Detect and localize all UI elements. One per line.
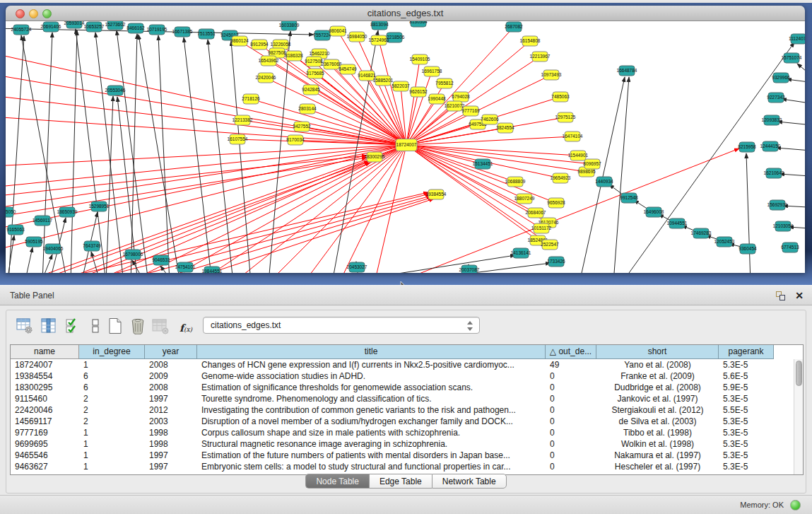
- graph-node[interactable]: 12975125: [555, 112, 576, 122]
- graph-node[interactable]: 2687082: [505, 22, 523, 32]
- graph-node[interactable]: 16474104: [563, 132, 583, 141]
- graph-node[interactable]: 15692931: [767, 200, 788, 210]
- graph-node[interactable]: 12444150: [760, 141, 781, 151]
- graph-edge[interactable]: [406, 145, 524, 199]
- table-row[interactable]: 969969511998Structural magnetic resonanc…: [11, 438, 794, 450]
- graph-node[interactable]: 16496008: [644, 207, 664, 217]
- graph-edge[interactable]: [746, 153, 751, 273]
- merge-rows-button[interactable]: [86, 316, 105, 336]
- table-row[interactable]: 911546021997Tourette syndrome. Phenomeno…: [11, 393, 794, 404]
- graph-node[interactable]: 14569117: [33, 216, 53, 226]
- graph-node[interactable]: 8215958: [738, 142, 756, 152]
- graph-node[interactable]: 2522547: [541, 240, 559, 250]
- graph-node[interactable]: 16033809: [279, 21, 300, 30]
- graph-node[interactable]: 11544901: [568, 151, 589, 160]
- graph-node[interactable]: 2803144: [298, 104, 317, 114]
- graph-node[interactable]: 10151172: [531, 223, 552, 233]
- graph-edge[interactable]: [68, 163, 370, 273]
- graph-edge[interactable]: [613, 77, 629, 273]
- graph-node[interactable]: 9656928: [547, 198, 565, 208]
- graph-node[interactable]: 5905195: [25, 237, 43, 247]
- graph-node[interactable]: 22420046: [256, 73, 276, 83]
- table-vertical-scrollbar[interactable]: [794, 359, 803, 474]
- column-header-name[interactable]: name: [11, 345, 79, 359]
- graph-node[interactable]: 9329966: [772, 73, 790, 83]
- graph-edge[interactable]: [266, 78, 406, 145]
- table-settings-button[interactable]: [15, 316, 35, 336]
- graph-edge[interactable]: [269, 61, 406, 145]
- graph-node[interactable]: 16961758: [422, 66, 442, 76]
- graph-edge[interactable]: [622, 42, 794, 273]
- graph-node[interactable]: 11124073: [789, 34, 805, 44]
- graph-node[interactable]: 8096957: [583, 159, 601, 169]
- graph-node[interactable]: 9127508: [305, 57, 323, 66]
- graph-edge[interactable]: [6, 145, 406, 209]
- graph-node[interactable]: 18650939: [57, 207, 78, 217]
- tab-network-table[interactable]: Network Table: [432, 474, 507, 489]
- graph-node[interactable]: 3175685: [306, 69, 324, 78]
- graph-node[interactable]: 6774513: [781, 243, 799, 252]
- graph-node[interactable]: 8813094: [370, 21, 389, 30]
- graph-node[interactable]: 19654923: [551, 173, 571, 183]
- graph-node[interactable]: 8912954: [250, 40, 269, 49]
- graph-node[interactable]: 10719195: [147, 25, 167, 35]
- select-columns-button[interactable]: [39, 316, 59, 336]
- graph-node[interactable]: 9165063: [6, 225, 25, 235]
- graph-node[interactable]: 12103054: [773, 221, 794, 231]
- graph-node[interactable]: 15409105: [410, 54, 430, 64]
- graph-node[interactable]: 10973493: [541, 70, 562, 80]
- graph-node[interactable]: 20037087: [459, 265, 480, 273]
- network-view-window[interactable]: citations_edges.txt 24055724206914062059…: [6, 6, 805, 273]
- function-builder-button[interactable]: f(x): [176, 318, 196, 338]
- graph-node[interactable]: 8454749: [339, 64, 357, 74]
- column-header-in_degree[interactable]: in_degree: [79, 345, 145, 359]
- graph-node[interactable]: 9626152: [409, 87, 428, 97]
- graph-edge[interactable]: [208, 40, 233, 273]
- column-header-out_de[interactable]: △ out_de...: [546, 345, 596, 359]
- graph-node[interactable]: 15298951: [89, 201, 110, 211]
- graph-node[interactable]: 8186328: [285, 51, 303, 61]
- graph-node[interactable]: 12213382: [233, 115, 253, 125]
- graph-node[interactable]: 9806041: [329, 26, 347, 36]
- table-row[interactable]: 1456911722003Disruption of a novel membe…: [11, 416, 794, 427]
- graph-node[interactable]: 15885201: [373, 76, 394, 86]
- graph-node[interactable]: 7513551: [197, 29, 216, 39]
- graph-edge[interactable]: [797, 64, 805, 71]
- scrollbar-thumb[interactable]: [796, 361, 802, 386]
- column-header-pagerank[interactable]: pagerank: [719, 345, 774, 359]
- tab-edge-table[interactable]: Edge Table: [369, 474, 432, 489]
- graph-node[interactable]: 20453027: [347, 262, 367, 272]
- table-row[interactable]: 2242004622012Investigating the contribut…: [11, 404, 794, 416]
- graph-node[interactable]: 10653257: [84, 22, 105, 32]
- graph-edge[interactable]: [158, 35, 170, 273]
- graph-edge[interactable]: [6, 95, 406, 145]
- graph-node[interactable]: 15751074: [782, 53, 802, 63]
- graph-node[interactable]: 18300295: [365, 152, 385, 162]
- table-row[interactable]: 1872400712008Changes of HCN gene express…: [11, 359, 794, 370]
- graph-edge[interactable]: [233, 145, 406, 273]
- graph-node[interactable]: 24055724: [11, 25, 32, 35]
- graph-node[interactable]: 15724963: [369, 35, 389, 45]
- graph-node[interactable]: 16210643: [764, 168, 784, 178]
- new-table-button[interactable]: [105, 316, 125, 336]
- graph-node[interactable]: 12093832: [762, 115, 782, 125]
- graph-node[interactable]: 3824554: [496, 123, 514, 133]
- graph-node[interactable]: 14136141: [511, 248, 531, 258]
- graph-node[interactable]: 19384554: [426, 189, 447, 199]
- graph-node[interactable]: 16648784: [617, 66, 637, 76]
- graph-node[interactable]: 20684067: [526, 208, 546, 218]
- graph-node[interactable]: 16107554: [228, 134, 248, 144]
- graph-node[interactable]: 9242845: [302, 85, 320, 95]
- graph-edge[interactable]: [6, 145, 406, 166]
- column-header-title[interactable]: title: [197, 345, 546, 359]
- graph-node[interactable]: 1990448: [428, 94, 446, 104]
- row-selection-button[interactable]: [63, 316, 83, 336]
- tab-node-table[interactable]: Node Table: [305, 474, 369, 489]
- graph-node[interactable]: 8170034: [286, 135, 305, 145]
- column-header-year[interactable]: year: [145, 345, 197, 359]
- graph-edge[interactable]: [25, 247, 33, 273]
- graph-node[interactable]: 14754101: [175, 262, 196, 272]
- table-row[interactable]: 946362711997Embryonic stem cells: a mode…: [11, 461, 794, 472]
- graph-node[interactable]: 9227343: [767, 93, 785, 103]
- graph-node[interactable]: 20691406: [41, 22, 61, 32]
